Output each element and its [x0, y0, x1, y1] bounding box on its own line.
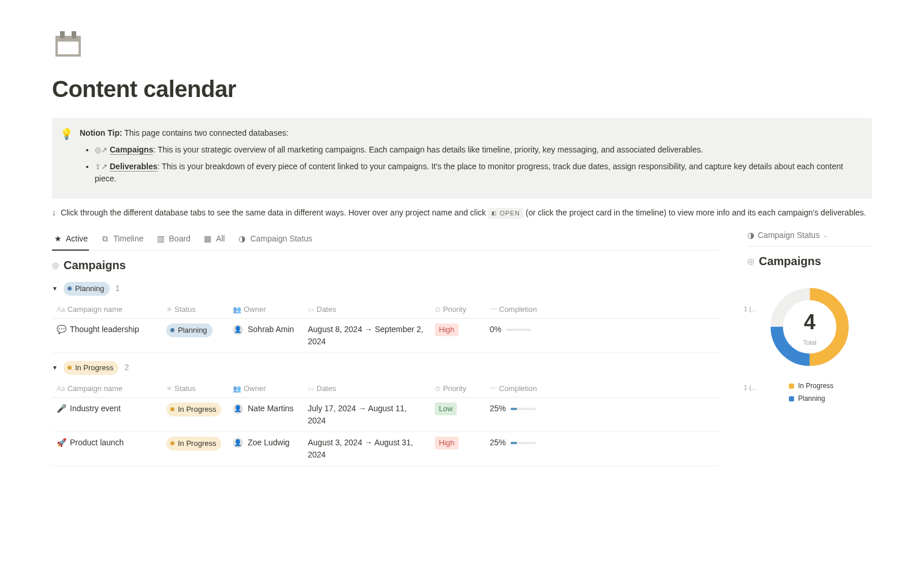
priority-tag: Low [435, 403, 457, 415]
dates-cell: August 3, 2024 → August 31, 2024 [303, 432, 430, 466]
campaign-name: Industry event [70, 404, 121, 413]
people-icon: 👥 [233, 306, 241, 314]
target-icon: ◎ [747, 255, 754, 267]
calendar-icon: ▭ [308, 385, 314, 393]
target-icon: ◎ [52, 259, 59, 271]
hint-text: ↓ Click through the different database t… [52, 207, 872, 219]
legend-label: In Progress [798, 381, 833, 391]
arrow-down-icon: ↓ [52, 208, 56, 217]
status-pill: In Progress [166, 437, 221, 451]
donut-total-label: Total [803, 338, 816, 348]
tip-callout: 💡 Notion Tip: This page contains two con… [52, 118, 872, 199]
view-tab-label: Campaign Status [250, 233, 312, 245]
table-icon: ▦ [203, 234, 213, 244]
completion-value: 25% [490, 403, 506, 415]
timeline-icon: ⧉ [100, 234, 110, 244]
view-tab-label: Timeline [113, 233, 143, 245]
progress-bar [511, 408, 536, 410]
page-link-icon: ◎↗ [95, 146, 107, 154]
row-emoji-icon: 🚀 [57, 438, 66, 447]
toggle-icon[interactable]: ▼ [52, 363, 58, 372]
campaigns-table: AaCampaign name✳︎Status👥Owner▭Dates⊙Prio… [52, 379, 720, 467]
calendar-icon: ▭ [308, 306, 314, 314]
callout-item-text: : This is your breakdown of every piece … [95, 162, 843, 183]
board-icon: ▥ [157, 234, 166, 244]
clock-icon: ◑ [237, 234, 247, 244]
row-emoji-icon: 💬 [57, 325, 66, 334]
text-icon: Aa [57, 385, 65, 393]
callout-item-text: : This is your strategic overview of all… [153, 145, 703, 154]
legend-item: Planning [747, 393, 872, 404]
owner-name: Zoe Ludwig [248, 437, 289, 449]
callout-item: ⇪↗Deliverables: This is your breakdown o… [95, 161, 862, 185]
callout-item: ◎↗Campaigns: This is your strategic over… [95, 144, 862, 156]
legend-swatch [789, 396, 794, 401]
group-count: 1 [116, 282, 120, 295]
campaign-name: Thought leadership [70, 325, 139, 334]
row-emoji-icon: 🎤 [57, 404, 66, 413]
progress-bar [506, 329, 531, 331]
donut-label-1: 1 (... [744, 304, 757, 314]
star-icon: ★ [53, 234, 62, 244]
progress-bar [511, 442, 536, 444]
select-icon: ⊙ [435, 385, 441, 393]
legend-item: In Progress [747, 381, 872, 391]
callout-lead: Notion Tip: This page contains two conne… [80, 128, 288, 137]
select-icon: ⊙ [435, 306, 441, 314]
people-icon: 👥 [233, 385, 241, 393]
status-pill: In Progress [64, 361, 118, 375]
view-tab-timeline[interactable]: ⧉Timeline [99, 229, 144, 251]
view-tab-active[interactable]: ★Active [52, 229, 89, 251]
campaigns-table: AaCampaign name✳︎Status👥Owner▭Dates⊙Prio… [52, 300, 720, 353]
donut-chart: 4 Total [766, 284, 853, 370]
table-row[interactable]: 🎤Industry eventIn Progress👤Nate MartinsJ… [52, 398, 720, 432]
page-title: Content calendar [52, 72, 872, 106]
group-header[interactable]: ▼In Progress2 [52, 361, 720, 375]
svg-rect-2 [60, 31, 65, 38]
callout-link[interactable]: Campaigns [110, 145, 153, 155]
view-tab-label: All [216, 233, 225, 245]
table-row[interactable]: 🚀Product launchIn Progress👤Zoe LudwigAug… [52, 432, 720, 466]
page-icon[interactable] [52, 28, 84, 60]
chevron-down-icon: ⌄ [823, 231, 828, 240]
open-chip: ◧ OPEN [488, 208, 523, 219]
completion-value: 25% [490, 437, 506, 449]
view-tab-campaign-status[interactable]: ◑Campaign Status [236, 229, 313, 251]
status-pill: Planning [64, 282, 110, 296]
svg-rect-1 [58, 42, 79, 54]
legend-swatch [789, 384, 794, 389]
donut-total-value: 4 [804, 307, 815, 338]
avatar: 👤 [233, 404, 243, 414]
dates-cell: August 8, 2024 → September 2, 2024 [303, 319, 430, 353]
group-count: 2 [124, 362, 129, 374]
callout-link[interactable]: Deliverables [110, 162, 158, 172]
lightbulb-icon: 💡 [60, 127, 73, 189]
view-tab-board[interactable]: ▥Board [155, 229, 192, 251]
status-pill: In Progress [166, 403, 221, 416]
status-icon: ✳︎ [166, 306, 172, 314]
avatar: 👤 [233, 438, 243, 448]
donut-label-2: 1 (... [744, 383, 757, 393]
clock-icon: ◑ [747, 229, 754, 241]
priority-tag: High [435, 323, 459, 336]
owner-name: Nate Martins [248, 403, 293, 415]
toggle-icon[interactable]: ▼ [52, 284, 58, 293]
view-tab-label: Active [66, 233, 88, 245]
right-db-title-row[interactable]: ◎ Campaigns [747, 252, 872, 270]
owner-name: Sohrab Amin [248, 323, 294, 336]
open-mini-icon: ◧ [491, 210, 497, 218]
right-db-title: Campaigns [759, 252, 821, 270]
view-tab-all[interactable]: ▦All [202, 229, 226, 251]
chart-legend: In ProgressPlanning [747, 381, 872, 404]
status-icon: ✳︎ [166, 385, 172, 393]
legend-label: Planning [798, 393, 825, 404]
table-row[interactable]: 💬Thought leadershipPlanning👤Sohrab AminA… [52, 319, 720, 353]
formula-icon: 〰 [490, 385, 497, 393]
right-view-tab[interactable]: ◑ Campaign Status ⌄ [747, 229, 872, 247]
priority-tag: High [435, 437, 459, 449]
dates-cell: July 17, 2024 → August 11, 2024 [303, 398, 430, 432]
group-header[interactable]: ▼Planning1 [52, 282, 720, 296]
view-tab-label: Board [169, 233, 191, 245]
db-title-row[interactable]: ◎ Campaigns [52, 256, 720, 274]
formula-icon: 〰 [490, 306, 497, 314]
